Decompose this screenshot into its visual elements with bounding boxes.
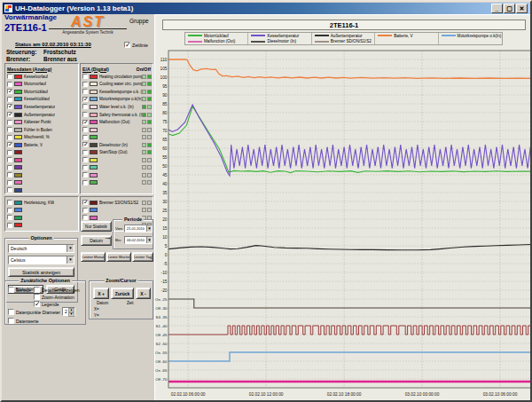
letzter-tag-button[interactable]: Letzter Tag (132, 252, 153, 262)
row-checkbox[interactable] (7, 112, 12, 117)
row-checkbox[interactable] (82, 120, 88, 125)
row-checkbox[interactable] (7, 150, 12, 155)
zoom-x-plus-button[interactable]: X + (93, 288, 109, 299)
statistik-anzeigen-button[interactable]: Statistik anzeigen (8, 267, 74, 277)
legend-item: Brenner SD/ON/S1/S2 (312, 39, 375, 45)
row-checkbox[interactable] (7, 223, 12, 228)
row-checkbox[interactable] (7, 120, 12, 125)
zoom-zurueck-button[interactable]: Zurück (111, 288, 134, 299)
checkbox-box[interactable] (8, 309, 14, 315)
row-checkbox[interactable] (82, 104, 88, 109)
checkbox-box[interactable] (34, 301, 40, 307)
row-checkbox[interactable] (82, 157, 88, 162)
color-swatch (90, 165, 98, 169)
zusatz-group: Zusätzliche Optionen Service Detailliert… (4, 280, 86, 325)
row-checkbox[interactable] (7, 200, 12, 205)
app-icon (4, 4, 12, 12)
status-squares (142, 82, 152, 86)
row-checkbox[interactable] (82, 142, 88, 147)
row-checkbox[interactable] (82, 74, 88, 79)
color-swatch (90, 158, 98, 162)
letzter-monat-button[interactable]: Letzter Monat (81, 252, 106, 262)
status-square (142, 105, 146, 109)
color-swatch (14, 150, 22, 154)
zeitlinie-checkbox[interactable]: Zeitlinie (124, 42, 148, 48)
row-checkbox[interactable] (82, 215, 88, 220)
list-item (6, 207, 77, 215)
row-label: Kesselrücklauf (24, 97, 50, 101)
checkbox-box[interactable] (8, 287, 14, 293)
row-checkbox[interactable] (82, 180, 88, 185)
color-swatch (90, 150, 98, 154)
row-checkbox[interactable] (7, 165, 12, 170)
row-checkbox[interactable] (7, 187, 12, 193)
detailliert-checkbox[interactable]: Detailliert anzeigen (34, 287, 80, 293)
plot[interactable]: 02.02.10 06:00:0002.02.10 12:00:0002.02.… (155, 46, 532, 402)
status-square (147, 201, 152, 205)
y-tick-label: 55 (162, 155, 168, 160)
checkbox-box[interactable] (8, 318, 14, 324)
maximize-button[interactable]: ▢ (504, 4, 515, 13)
row-label: Batterie, V (24, 143, 43, 147)
chevron-down-icon[interactable]: ▼ (146, 237, 152, 243)
row-checkbox[interactable] (82, 150, 88, 155)
von-date-select[interactable]: 21.01.2010 ▼ (124, 225, 153, 233)
checkbox-box[interactable] (34, 287, 40, 293)
analog-listbox-2: Heizleistung, KW (4, 196, 79, 232)
row-checkbox[interactable] (7, 215, 12, 220)
language-select[interactable]: Deutsch ▼ (8, 244, 74, 253)
row-checkbox[interactable] (7, 127, 12, 132)
letzte-woche-button[interactable]: Letzte Woche (106, 252, 131, 262)
row-checkbox[interactable] (7, 172, 12, 177)
row-checkbox[interactable] (82, 172, 88, 177)
row-checkbox[interactable] (7, 104, 12, 109)
row-checkbox[interactable] (82, 82, 88, 87)
row-checkbox[interactable] (7, 157, 12, 162)
legend-label: Batterie, V (394, 34, 412, 38)
row-checkbox[interactable] (7, 82, 12, 87)
list-item (82, 126, 152, 134)
status-square (142, 208, 146, 212)
color-swatch (90, 82, 98, 86)
chart-title: 2TE116-1 (162, 20, 526, 30)
row-checkbox[interactable] (82, 127, 88, 132)
zoom-x-minus-button[interactable]: X - (136, 288, 151, 299)
legend-item-empty (439, 39, 502, 45)
service-checkbox[interactable]: Service (8, 287, 31, 293)
y-tick-label: 50 (162, 164, 168, 169)
color-swatch (14, 105, 22, 109)
nur-statistik-button[interactable]: Nur Statistik (81, 221, 112, 232)
row-checkbox[interactable] (82, 97, 88, 102)
row-checkbox[interactable] (7, 97, 12, 102)
row-checkbox[interactable] (82, 208, 88, 213)
list-item: Malfunction (Out) (82, 118, 152, 126)
row-checkbox[interactable] (82, 89, 88, 94)
legende-checkbox[interactable]: Legende (34, 301, 59, 307)
row-checkbox[interactable] (82, 135, 88, 140)
row-checkbox[interactable] (7, 180, 12, 185)
row-checkbox[interactable] (7, 208, 12, 213)
minimize-button[interactable]: _ (491, 4, 503, 13)
spinner-down-icon[interactable]: ▼ (68, 312, 74, 317)
checkbox-box[interactable] (124, 42, 130, 48)
close-button[interactable]: ✕ (516, 4, 528, 13)
row-checkbox[interactable] (82, 112, 88, 117)
unit-select[interactable]: Celsius ▼ (8, 256, 74, 264)
datenpunkte-spinner[interactable]: 2 ▲▼ (62, 307, 75, 316)
row-checkbox[interactable] (7, 89, 12, 94)
row-checkbox[interactable] (7, 135, 12, 140)
datenwerte-checkbox[interactable]: Datenwerte (8, 318, 39, 324)
bis-date-select[interactable]: 06.02.2010 ▼ (124, 236, 153, 244)
y-tick-label: 15 (162, 226, 168, 231)
row-checkbox[interactable] (7, 142, 12, 147)
chevron-down-icon[interactable]: ▼ (66, 245, 74, 252)
chevron-down-icon[interactable]: ▼ (66, 256, 74, 264)
chevron-down-icon[interactable]: ▼ (146, 225, 152, 232)
row-checkbox[interactable] (82, 165, 88, 170)
y-state-tick-label: On -65 (155, 368, 168, 373)
row-checkbox[interactable] (7, 74, 12, 79)
legend-line-sample (378, 35, 392, 36)
row-checkbox[interactable] (82, 200, 88, 205)
datenpunkte-checkbox[interactable]: Datenpunkte Diameter (8, 309, 60, 315)
list-item (6, 156, 77, 164)
